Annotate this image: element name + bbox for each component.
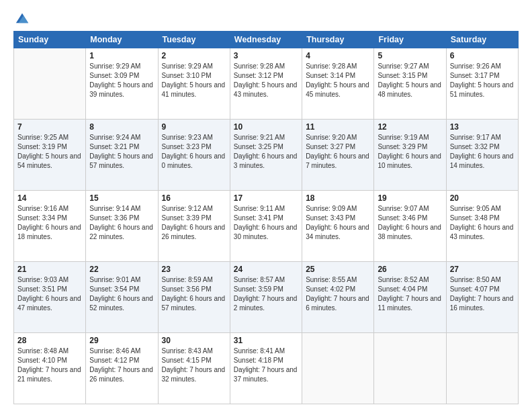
day-info: Sunrise: 9:19 AMSunset: 3:29 PMDaylight:…	[378, 133, 442, 171]
calendar-cell: 7Sunrise: 9:25 AMSunset: 3:19 PMDaylight…	[14, 120, 86, 191]
day-info: Sunrise: 9:12 AMSunset: 3:39 PMDaylight:…	[162, 204, 226, 242]
calendar-table: Sunday Monday Tuesday Wednesday Thursday…	[13, 31, 519, 404]
calendar-cell: 11Sunrise: 9:20 AMSunset: 3:27 PMDayligh…	[302, 120, 374, 191]
calendar-cell: 17Sunrise: 9:11 AMSunset: 3:41 PMDayligh…	[230, 191, 302, 262]
day-info: Sunrise: 9:23 AMSunset: 3:23 PMDaylight:…	[162, 133, 226, 171]
day-info: Sunrise: 9:24 AMSunset: 3:21 PMDaylight:…	[89, 133, 154, 171]
day-number: 26	[378, 265, 442, 274]
day-number: 9	[162, 122, 226, 132]
calendar-cell: 8Sunrise: 9:24 AMSunset: 3:21 PMDaylight…	[86, 120, 158, 191]
day-number: 5	[378, 51, 442, 60]
weekday-header-row: Sunday Monday Tuesday Wednesday Thursday…	[14, 32, 519, 48]
calendar-cell: 9Sunrise: 9:23 AMSunset: 3:23 PMDaylight…	[158, 120, 230, 191]
day-info: Sunrise: 9:01 AMSunset: 3:54 PMDaylight:…	[89, 275, 154, 313]
day-info: Sunrise: 8:46 AMSunset: 4:12 PMDaylight:…	[89, 347, 154, 384]
day-number: 13	[450, 122, 515, 132]
day-info: Sunrise: 8:59 AMSunset: 3:56 PMDaylight:…	[162, 275, 226, 313]
header	[13, 11, 519, 26]
header-wednesday: Wednesday	[230, 32, 302, 48]
day-number: 23	[162, 265, 226, 274]
day-info: Sunrise: 8:52 AMSunset: 4:04 PMDaylight:…	[378, 275, 442, 313]
day-number: 7	[17, 122, 82, 132]
day-number: 2	[162, 51, 226, 60]
calendar-cell	[374, 333, 446, 404]
calendar-cell: 1Sunrise: 9:29 AMSunset: 3:09 PMDaylight…	[86, 48, 158, 120]
calendar-cell: 4Sunrise: 9:28 AMSunset: 3:14 PMDaylight…	[302, 48, 374, 120]
week-row: 1Sunrise: 9:29 AMSunset: 3:09 PMDaylight…	[14, 48, 519, 120]
calendar-cell: 10Sunrise: 9:21 AMSunset: 3:25 PMDayligh…	[230, 120, 302, 191]
day-info: Sunrise: 9:21 AMSunset: 3:25 PMDaylight:…	[234, 133, 298, 171]
day-info: Sunrise: 8:43 AMSunset: 4:15 PMDaylight:…	[162, 347, 226, 384]
day-number: 4	[306, 51, 370, 60]
calendar-cell: 20Sunrise: 9:05 AMSunset: 3:48 PMDayligh…	[446, 191, 518, 262]
calendar-cell	[14, 48, 86, 120]
calendar-cell: 23Sunrise: 8:59 AMSunset: 3:56 PMDayligh…	[158, 262, 230, 333]
day-number: 27	[450, 265, 515, 274]
day-info: Sunrise: 9:07 AMSunset: 3:46 PMDaylight:…	[378, 204, 442, 242]
day-number: 30	[162, 336, 226, 345]
calendar-cell: 24Sunrise: 8:57 AMSunset: 3:59 PMDayligh…	[230, 262, 302, 333]
day-info: Sunrise: 8:50 AMSunset: 4:07 PMDaylight:…	[450, 275, 515, 313]
calendar-cell	[446, 333, 518, 404]
header-thursday: Thursday	[302, 32, 374, 48]
week-row: 21Sunrise: 9:03 AMSunset: 3:51 PMDayligh…	[14, 262, 519, 333]
calendar-cell: 31Sunrise: 8:41 AMSunset: 4:18 PMDayligh…	[230, 333, 302, 404]
calendar-cell: 13Sunrise: 9:17 AMSunset: 3:32 PMDayligh…	[446, 120, 518, 191]
calendar-cell: 28Sunrise: 8:48 AMSunset: 4:10 PMDayligh…	[14, 333, 86, 404]
calendar-cell: 12Sunrise: 9:19 AMSunset: 3:29 PMDayligh…	[374, 120, 446, 191]
day-number: 25	[306, 265, 370, 274]
calendar-cell: 18Sunrise: 9:09 AMSunset: 3:43 PMDayligh…	[302, 191, 374, 262]
header-monday: Monday	[86, 32, 158, 48]
day-info: Sunrise: 9:14 AMSunset: 3:36 PMDaylight:…	[89, 204, 154, 242]
day-number: 20	[450, 193, 515, 203]
day-number: 15	[89, 193, 154, 203]
day-info: Sunrise: 9:29 AMSunset: 3:09 PMDaylight:…	[89, 62, 154, 99]
day-info: Sunrise: 9:26 AMSunset: 3:17 PMDaylight:…	[450, 62, 515, 99]
page: Sunday Monday Tuesday Wednesday Thursday…	[0, 0, 532, 411]
day-number: 29	[89, 336, 154, 345]
day-info: Sunrise: 8:55 AMSunset: 4:02 PMDaylight:…	[306, 275, 370, 313]
day-info: Sunrise: 9:25 AMSunset: 3:19 PMDaylight:…	[17, 133, 82, 171]
day-info: Sunrise: 9:09 AMSunset: 3:43 PMDaylight:…	[306, 204, 370, 242]
week-row: 14Sunrise: 9:16 AMSunset: 3:34 PMDayligh…	[14, 191, 519, 262]
day-number: 22	[89, 265, 154, 274]
calendar-cell: 15Sunrise: 9:14 AMSunset: 3:36 PMDayligh…	[86, 191, 158, 262]
day-info: Sunrise: 9:29 AMSunset: 3:10 PMDaylight:…	[162, 62, 226, 99]
calendar-cell: 26Sunrise: 8:52 AMSunset: 4:04 PMDayligh…	[374, 262, 446, 333]
day-info: Sunrise: 8:57 AMSunset: 3:59 PMDaylight:…	[234, 275, 298, 313]
day-number: 16	[162, 193, 226, 203]
day-info: Sunrise: 8:41 AMSunset: 4:18 PMDaylight:…	[234, 347, 298, 384]
day-info: Sunrise: 9:17 AMSunset: 3:32 PMDaylight:…	[450, 133, 515, 171]
header-friday: Friday	[374, 32, 446, 48]
day-number: 14	[17, 193, 82, 203]
calendar-cell: 27Sunrise: 8:50 AMSunset: 4:07 PMDayligh…	[446, 262, 518, 333]
day-number: 1	[89, 51, 154, 60]
calendar-cell: 25Sunrise: 8:55 AMSunset: 4:02 PMDayligh…	[302, 262, 374, 333]
calendar-cell: 30Sunrise: 8:43 AMSunset: 4:15 PMDayligh…	[158, 333, 230, 404]
day-number: 11	[306, 122, 370, 132]
calendar-cell: 3Sunrise: 9:28 AMSunset: 3:12 PMDaylight…	[230, 48, 302, 120]
logo-icon	[15, 11, 30, 26]
day-number: 18	[306, 193, 370, 203]
calendar-cell: 5Sunrise: 9:27 AMSunset: 3:15 PMDaylight…	[374, 48, 446, 120]
day-number: 10	[234, 122, 298, 132]
calendar-cell: 29Sunrise: 8:46 AMSunset: 4:12 PMDayligh…	[86, 333, 158, 404]
header-sunday: Sunday	[14, 32, 86, 48]
day-info: Sunrise: 9:28 AMSunset: 3:14 PMDaylight:…	[306, 62, 370, 99]
calendar-cell: 16Sunrise: 9:12 AMSunset: 3:39 PMDayligh…	[158, 191, 230, 262]
day-info: Sunrise: 9:27 AMSunset: 3:15 PMDaylight:…	[378, 62, 442, 99]
calendar-cell: 2Sunrise: 9:29 AMSunset: 3:10 PMDaylight…	[158, 48, 230, 120]
day-number: 17	[234, 193, 298, 203]
calendar-cell: 21Sunrise: 9:03 AMSunset: 3:51 PMDayligh…	[14, 262, 86, 333]
calendar-cell: 14Sunrise: 9:16 AMSunset: 3:34 PMDayligh…	[14, 191, 86, 262]
calendar-cell: 19Sunrise: 9:07 AMSunset: 3:46 PMDayligh…	[374, 191, 446, 262]
logo	[13, 11, 30, 26]
day-number: 31	[234, 336, 298, 345]
header-tuesday: Tuesday	[158, 32, 230, 48]
day-info: Sunrise: 9:20 AMSunset: 3:27 PMDaylight:…	[306, 133, 370, 171]
calendar-cell: 22Sunrise: 9:01 AMSunset: 3:54 PMDayligh…	[86, 262, 158, 333]
day-number: 6	[450, 51, 515, 60]
day-info: Sunrise: 8:48 AMSunset: 4:10 PMDaylight:…	[17, 347, 82, 384]
day-number: 28	[17, 336, 82, 345]
day-number: 24	[234, 265, 298, 274]
